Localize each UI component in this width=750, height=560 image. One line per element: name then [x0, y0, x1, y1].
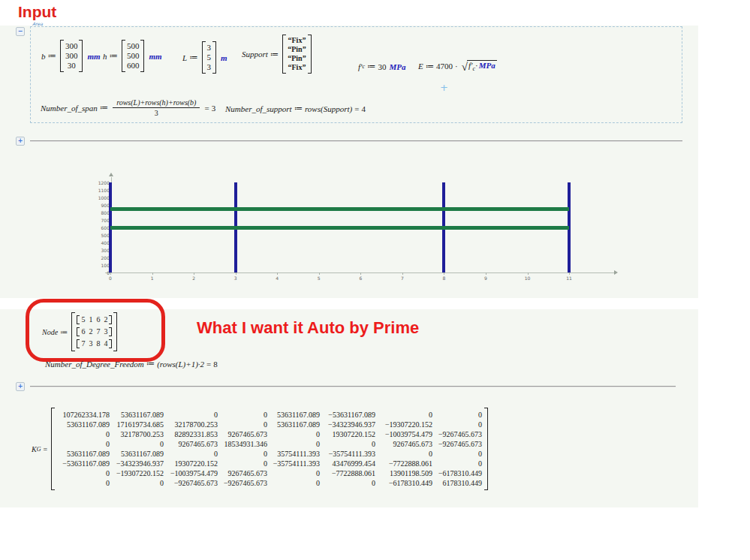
- matrix-cell: 0: [218, 459, 267, 468]
- square-root: √ f′c·MPa: [462, 60, 497, 72]
- var-support: Support: [242, 50, 268, 59]
- annotation-text[interactable]: What I want it Auto by Prime: [197, 318, 419, 338]
- matrix-cell: 0: [218, 410, 267, 420]
- y-tick-label: 1200: [95, 180, 110, 185]
- unit-m: m: [221, 53, 227, 62]
- matrix-cell: −19307220.152: [375, 420, 432, 429]
- matrix-row: 53631167.08953631167.0890035754111.393−3…: [57, 449, 482, 459]
- var-h: h: [103, 52, 107, 61]
- matrix-row: 500: [127, 51, 140, 61]
- matrix-row: 53631167.089171619734.68532178700.253053…: [57, 420, 482, 429]
- matrix-cell: 0: [375, 410, 432, 420]
- var-number-of-support: Number_of_support: [225, 104, 292, 113]
- math-region-L[interactable]: L ≔ 353 m: [182, 41, 227, 74]
- matrix-cell: −10039754.479: [375, 429, 432, 439]
- matrix-row: 30: [68, 61, 76, 71]
- math-region-h[interactable]: h ≔ 500500600 mm: [103, 40, 162, 72]
- var-L: L: [182, 53, 187, 62]
- math-region-node[interactable]: Node ≔ 516262737384: [42, 312, 119, 351]
- matrix-cell: 0: [267, 439, 320, 449]
- matrix-cell: 5: [81, 315, 85, 325]
- number-of-span-result: 3: [212, 104, 216, 113]
- matrix-cell: 6: [96, 315, 100, 325]
- math-region-support[interactable]: Support ≔ “Fix”“Pin”“Pin”“Fix”: [242, 35, 313, 74]
- math-region-number-of-support[interactable]: Number_of_support ≔ rows(Support) = 4: [225, 104, 366, 113]
- matrix-cell: 13901198.509: [375, 468, 432, 478]
- expand-area-icon[interactable]: +: [16, 137, 25, 146]
- math-region-b[interactable]: b ≔ 30030030 mm: [41, 40, 101, 72]
- y-tick-label: 900: [95, 203, 110, 208]
- matrix-cell: 0: [320, 478, 375, 488]
- equals-sign: =: [206, 360, 211, 369]
- matrix-cell: 53631167.089: [267, 410, 320, 420]
- matrix-row: −53631167.089−34323946.93719307220.1520−…: [57, 459, 482, 468]
- matrix-cell: “Pin”: [288, 45, 306, 54]
- matrix-cell: 3: [207, 43, 212, 53]
- x-tick-label: 10: [522, 275, 534, 281]
- assign-operator: ≔: [146, 359, 155, 369]
- matrix-cell: −35754111.393: [320, 449, 375, 459]
- y-tick-label: 0: [95, 270, 110, 275]
- x-tick-label: 8: [438, 275, 450, 281]
- expand-area-icon[interactable]: +: [16, 382, 25, 391]
- y-axis-arrow-icon: [109, 173, 113, 176]
- matrix-cell: 43476999.454: [320, 459, 375, 468]
- matrix-cell: 0: [110, 478, 164, 488]
- matrix-cell: 82892331.853: [164, 429, 218, 439]
- matrix-cell: 0: [432, 410, 482, 420]
- matrix-cell: 0: [164, 449, 218, 459]
- x-tick-label: 6: [354, 275, 366, 281]
- math-region-fc[interactable]: f′c ≔ 30 MPa: [358, 62, 405, 71]
- fraction-numerator: rows(L)+rows(h)+rows(b): [113, 98, 200, 108]
- x-tick-label: 2: [188, 275, 200, 281]
- var-kg: K: [32, 445, 37, 453]
- math-region-E[interactable]: E ≔ 4700 · √ f′c·MPa: [418, 60, 497, 72]
- y-tick-label: 1000: [95, 195, 110, 200]
- matrix-row: 107262334.17853631167.0890053631167.089−…: [57, 410, 482, 420]
- matrix-row: 0−19307220.152−10039754.4799267465.6730−…: [57, 468, 482, 478]
- matrix-cell: 35754111.393: [267, 449, 320, 459]
- matrix-cell: 53631167.089: [267, 420, 320, 429]
- matrix-cell: 6178310.449: [432, 478, 482, 488]
- unit-mm: mm: [149, 52, 161, 61]
- matrix-node: 516262737384: [71, 312, 117, 351]
- matrix-kg: 107262334.17853631167.0890053631167.089−…: [51, 408, 488, 490]
- x-tick-label: 7: [396, 275, 408, 281]
- x-tick-label: 11: [563, 275, 575, 281]
- x-tick-mark: [486, 272, 486, 275]
- matrix-cell: 8: [96, 339, 100, 349]
- x-tick-label: 5: [313, 275, 325, 281]
- beam-line: [110, 226, 569, 230]
- page-title: Input: [18, 3, 56, 21]
- matrix-cell: 32178700.253: [164, 420, 218, 429]
- matrix-row: 009267465.67318534931.346009267465.673−9…: [57, 439, 482, 449]
- matrix-cell: 300: [65, 51, 78, 61]
- assign-operator: ≔: [100, 103, 108, 113]
- matrix-cell: 3: [89, 339, 92, 349]
- matrix-row: 5162: [77, 315, 112, 325]
- beam-line: [110, 207, 569, 211]
- var-fc-sub: c: [362, 63, 365, 70]
- matrix-cell: 0: [267, 429, 320, 439]
- matrix-h: 500500600: [122, 40, 145, 72]
- matrix-cell: 5: [207, 53, 212, 62]
- math-region-kg[interactable]: KG = 107262334.17853631167.0890053631167…: [32, 408, 489, 490]
- fraction-denominator: 3: [155, 108, 158, 117]
- unit-mm: mm: [87, 52, 100, 61]
- math-region-degree-freedom[interactable]: Number_of_Degree_Freedom ≔ (rows(L)+1)·2…: [45, 359, 218, 369]
- dof-expression: (rows(L)+1)·2: [157, 360, 204, 369]
- y-tick-label: 600: [95, 225, 110, 230]
- x-tick-mark: [569, 272, 570, 275]
- math-region-number-of-span[interactable]: Number_of_span ≔ rows(L)+rows(h)+rows(b)…: [41, 98, 215, 117]
- beam-plot[interactable]: 0100200300400500600700800900100011001200…: [98, 170, 628, 290]
- area-label: Area: [32, 21, 43, 26]
- x-tick-mark: [319, 272, 320, 275]
- x-tick-mark: [236, 272, 236, 275]
- matrix-cell: 30: [68, 61, 76, 71]
- assign-operator: ≔: [189, 53, 197, 62]
- matrix-row: 7384: [77, 339, 112, 349]
- matrix-cell: 53631167.089: [57, 420, 110, 429]
- collapse-area-icon[interactable]: −: [16, 27, 25, 36]
- fraction: rows(L)+rows(h)+rows(b) 3: [113, 98, 200, 117]
- y-tick-label: 700: [95, 218, 110, 223]
